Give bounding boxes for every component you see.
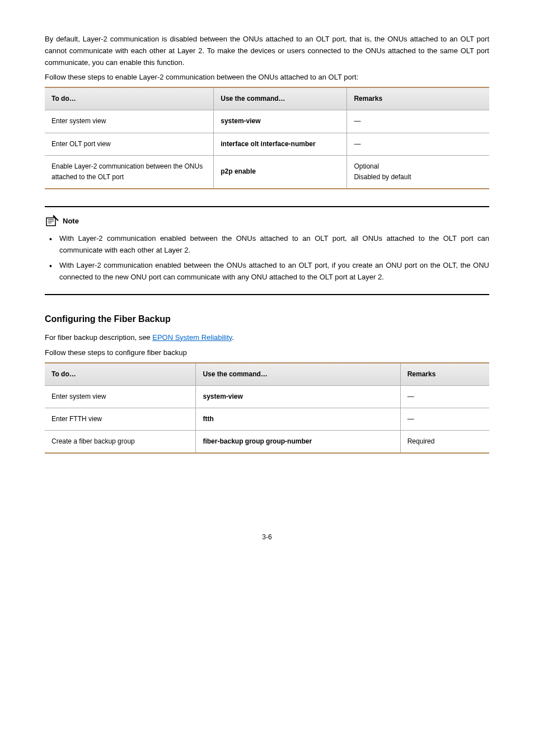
section-title-fiber-backup: Configuring the Fiber Backup: [45, 312, 489, 326]
note-item-2: With Layer-2 communication enabled betwe…: [59, 260, 489, 283]
table2-header-remarks: Remarks: [400, 363, 489, 386]
table1-r1-c3: —: [347, 110, 489, 133]
table1-r2-c2: interface olt interface-number: [214, 133, 347, 155]
table2-r2-c2: ftth: [196, 408, 400, 430]
table2-header-command: Use the command…: [196, 363, 400, 386]
table2-r2-c1: Enter FTTH view: [45, 408, 196, 430]
table-row: Enable Layer-2 communication between the…: [45, 155, 489, 189]
table1-r3-c2: p2p enable: [214, 155, 347, 189]
table1-r1-c1: Enter system view: [45, 110, 214, 133]
note-header: Note: [45, 215, 489, 227]
table2-header-todo: To do…: [45, 363, 196, 386]
table2-r2-c3: —: [400, 408, 489, 430]
note-block: Note With Layer-2 communication enabled …: [45, 206, 489, 295]
table2-r1-c3: —: [400, 385, 489, 408]
table1-header-command: Use the command…: [214, 87, 347, 110]
table2-r3-c3: Required: [400, 431, 489, 454]
table1-header-todo: To do…: [45, 87, 214, 110]
table1-r2-c3: —: [347, 133, 489, 155]
table1-r1-c2: system-view: [214, 110, 347, 133]
table2-r3-c1: Create a fiber backup group: [45, 431, 196, 454]
table-row: Enter OLT port view interface olt interf…: [45, 133, 489, 155]
table2-r3-c2: fiber-backup group group-number: [196, 431, 400, 454]
note-icon: [45, 215, 59, 227]
table-row: Enter system view system-view —: [45, 385, 489, 408]
table-fiber-backup: To do… Use the command… Remarks Enter sy…: [45, 362, 489, 454]
table-layer2-comm: To do… Use the command… Remarks Enter sy…: [45, 87, 489, 189]
table1-r3-c3: Optional Disabled by default: [347, 155, 489, 189]
table2-r1-c1: Enter system view: [45, 385, 196, 408]
note-item-1: With Layer-2 communication enabled betwe…: [59, 233, 489, 256]
fiber-desc: For fiber backup description, see EPON S…: [45, 332, 489, 344]
page-number: 3-6: [45, 532, 489, 543]
table2-r1-c2: system-view: [196, 385, 400, 408]
link-epon-reliability[interactable]: EPON System Reliability: [152, 333, 232, 342]
fiber-steps: Follow these steps to configure fiber ba…: [45, 347, 489, 359]
table1-r2-c1: Enter OLT port view: [45, 133, 214, 155]
table1-header-remarks: Remarks: [347, 87, 489, 110]
table1-r3-c1: Enable Layer-2 communication between the…: [45, 155, 214, 189]
note-label: Note: [63, 216, 79, 227]
intro-paragraph-2: Follow these steps to enable Layer-2 com…: [45, 72, 489, 83]
intro-paragraph-1: By default, Layer-2 communication is dis…: [45, 34, 489, 68]
table-row: Enter system view system-view —: [45, 110, 489, 133]
table-row: Enter FTTH view ftth —: [45, 408, 489, 430]
table-row: Create a fiber backup group fiber-backup…: [45, 431, 489, 454]
